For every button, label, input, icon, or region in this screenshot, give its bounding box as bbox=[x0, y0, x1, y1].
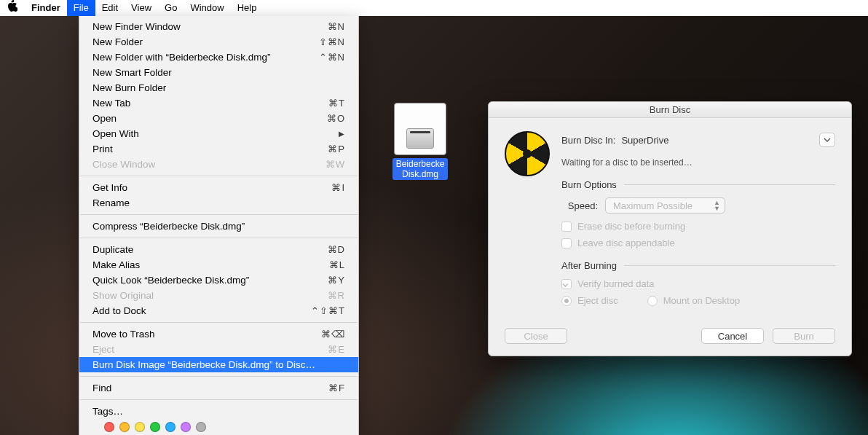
menu-item[interactable]: Compress “Beiderbecke Disk.dmg” bbox=[79, 219, 358, 234]
burn-icon bbox=[505, 131, 550, 176]
menu-item[interactable]: Move to Trash⌘⌫ bbox=[79, 326, 358, 342]
menu-item-label: New Finder Window bbox=[92, 20, 328, 34]
menu-item-label: New Folder with “Beiderbecke Disk.dmg” bbox=[92, 51, 319, 64]
menu-item-label: Compress “Beiderbecke Disk.dmg” bbox=[92, 220, 345, 233]
menubar-item-go[interactable]: Go bbox=[158, 0, 184, 16]
menu-item-label: Find bbox=[92, 382, 328, 395]
menu-item-label: New Tab bbox=[92, 97, 328, 110]
menubar-item-view[interactable]: View bbox=[125, 0, 158, 16]
burn-button[interactable]: Burn bbox=[773, 328, 835, 344]
menu-separator bbox=[80, 376, 358, 377]
menubar-item-window[interactable]: Window bbox=[184, 0, 230, 16]
menu-item-shortcut: ⌘I bbox=[331, 181, 345, 195]
menu-separator bbox=[80, 176, 358, 176]
menu-item-label: Move to Trash bbox=[92, 328, 321, 341]
menu-item-shortcut: ⌘W bbox=[326, 158, 345, 171]
mount-radio[interactable]: Mount on Desktop bbox=[647, 295, 741, 306]
menu-item-label: New Burn Folder bbox=[92, 82, 345, 95]
menu-item-label: Show Original bbox=[92, 289, 328, 302]
file-menu: New Finder Window⌘NNew Folder⇧⌘NNew Fold… bbox=[79, 16, 359, 435]
menu-item-shortcut: ⌘D bbox=[328, 243, 345, 256]
tag-dot[interactable] bbox=[150, 422, 160, 432]
tag-dot[interactable] bbox=[165, 422, 175, 432]
speed-select[interactable]: Maximum Possible ▲▼ bbox=[605, 197, 725, 213]
menu-item-shortcut: ⌘T bbox=[328, 97, 345, 110]
speed-label: Speed: bbox=[561, 200, 598, 211]
menu-item[interactable]: New Burn Folder bbox=[79, 80, 358, 95]
tag-dot[interactable] bbox=[181, 422, 191, 432]
menu-item[interactable]: Add to Dock⌃⇧⌘T bbox=[79, 303, 358, 318]
menu-item[interactable]: Get Info⌘I bbox=[79, 180, 358, 195]
menu-separator bbox=[80, 399, 358, 400]
menu-item-shortcut: ⌘N bbox=[328, 20, 345, 34]
menu-item-label: Tags… bbox=[92, 405, 345, 418]
menu-item[interactable]: Open⌘O bbox=[79, 111, 358, 126]
menu-item[interactable]: New Tab⌘T bbox=[79, 95, 358, 111]
menubar-item-file[interactable]: File bbox=[67, 0, 95, 16]
cancel-button[interactable]: Cancel bbox=[701, 328, 764, 344]
details-toggle[interactable] bbox=[819, 133, 835, 147]
tags-row bbox=[79, 419, 358, 435]
menu-item-label: Get Info bbox=[92, 181, 331, 195]
speed-value: Maximum Possible bbox=[613, 200, 693, 211]
menu-item-label: New Smart Folder bbox=[92, 66, 345, 79]
menu-item: Close Window⌘W bbox=[79, 157, 358, 172]
tag-dot[interactable] bbox=[104, 422, 114, 432]
menu-item-shortcut: ⌘E bbox=[328, 343, 345, 356]
menu-item[interactable]: Tags… bbox=[79, 404, 358, 419]
menu-item[interactable]: New Folder⇧⌘N bbox=[79, 34, 358, 50]
menu-item-shortcut: ⌘O bbox=[327, 112, 345, 125]
menu-separator bbox=[80, 238, 358, 238]
menu-item-shortcut: ⌘F bbox=[328, 382, 345, 395]
menu-item-label: Close Window bbox=[92, 158, 326, 171]
menu-item-label: Rename bbox=[92, 197, 345, 210]
menu-item[interactable]: Rename bbox=[79, 195, 358, 211]
menu-item-label: Burn Disk Image “Beiderbecke Disk.dmg” t… bbox=[92, 358, 345, 372]
tag-dot[interactable] bbox=[196, 422, 206, 432]
menu-item-label: Open With bbox=[92, 128, 339, 141]
verify-checkbox[interactable]: Verify burned data bbox=[561, 278, 835, 289]
burn-options-header: Burn Options bbox=[561, 179, 617, 190]
menubar-item-edit[interactable]: Edit bbox=[95, 0, 125, 16]
menu-separator bbox=[80, 214, 358, 215]
menu-item[interactable]: Quick Look “Beiderbecke Disk.dmg”⌘Y bbox=[79, 273, 358, 288]
menu-item: Show Original⌘R bbox=[79, 288, 358, 303]
dmg-icon bbox=[394, 103, 446, 155]
menu-item[interactable]: Make Alias⌘L bbox=[79, 257, 358, 273]
appendable-checkbox[interactable]: Leave disc appendable bbox=[561, 238, 835, 248]
menu-item[interactable]: Find⌘F bbox=[79, 380, 358, 396]
menu-item[interactable]: Burn Disk Image “Beiderbecke Disk.dmg” t… bbox=[79, 357, 358, 372]
eject-radio[interactable]: Eject disc bbox=[561, 295, 618, 306]
menu-item-shortcut: ⌘R bbox=[328, 289, 345, 302]
menu-item-label: Add to Dock bbox=[92, 305, 311, 318]
menu-item[interactable]: New Smart Folder bbox=[79, 65, 358, 80]
menu-item[interactable]: Print⌘P bbox=[79, 141, 358, 157]
status-text: Waiting for a disc to be inserted… bbox=[561, 157, 835, 168]
close-button[interactable]: Close bbox=[505, 328, 567, 344]
desktop-file-label: Beiderbecke Disk.dmg bbox=[392, 158, 448, 180]
menu-item[interactable]: New Finder Window⌘N bbox=[79, 19, 358, 34]
updown-icon: ▲▼ bbox=[714, 200, 720, 211]
menu-item[interactable]: New Folder with “Beiderbecke Disk.dmg”⌃⌘… bbox=[79, 50, 358, 65]
desktop-file[interactable]: Beiderbecke Disk.dmg bbox=[392, 103, 448, 180]
menu-item: Eject⌘E bbox=[79, 342, 358, 357]
tag-dot[interactable] bbox=[119, 422, 130, 432]
dialog-title: Burn Disc bbox=[489, 102, 851, 118]
menu-item-shortcut: ⌘Y bbox=[328, 274, 345, 287]
menu-item[interactable]: Duplicate⌘D bbox=[79, 242, 358, 257]
menubar-app[interactable]: Finder bbox=[25, 0, 67, 16]
apple-icon bbox=[7, 0, 17, 12]
menu-item[interactable]: Open With▶ bbox=[79, 126, 358, 141]
drive-label: Burn Disc In: bbox=[561, 135, 615, 146]
menu-item-shortcut: ⌃⌘N bbox=[319, 51, 345, 64]
chevron-down-icon bbox=[824, 138, 831, 142]
menu-item-label: Open bbox=[92, 112, 327, 125]
apple-menu[interactable] bbox=[6, 0, 25, 16]
menu-item-shortcut: ⇧⌘N bbox=[319, 36, 345, 49]
menubar-item-help[interactable]: Help bbox=[231, 0, 264, 16]
menu-item-label: New Folder bbox=[92, 36, 319, 49]
menu-item-label: Duplicate bbox=[92, 243, 328, 256]
after-burning-header: After Burning bbox=[561, 260, 617, 271]
erase-checkbox[interactable]: Erase disc before burning bbox=[561, 221, 835, 232]
tag-dot[interactable] bbox=[135, 422, 145, 432]
